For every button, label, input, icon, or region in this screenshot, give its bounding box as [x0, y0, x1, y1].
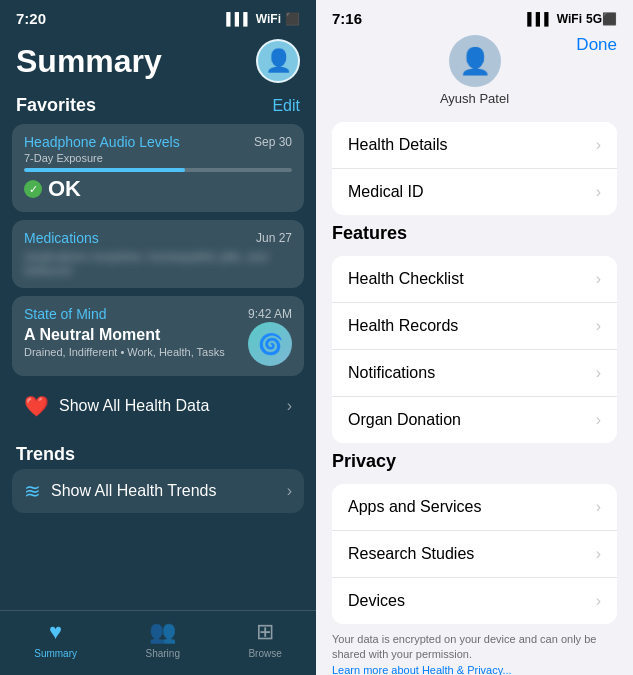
health-checklist-row[interactable]: Health Checklist › [332, 256, 617, 303]
done-button[interactable]: Done [576, 35, 617, 55]
headphone-subtitle: 7-Day Exposure [24, 152, 292, 164]
health-details-chevron: › [596, 136, 601, 154]
right-scroll-area: Health Details › Medical ID › Features H… [316, 114, 633, 675]
time-right: 7:16 [332, 10, 362, 27]
state-date: 9:42 AM [248, 307, 292, 321]
profile-name: Ayush Patel [440, 91, 509, 106]
right-status-icons: ▌▌▌ WiFi 5G⬛ [527, 12, 617, 26]
privacy-title: Privacy [332, 451, 396, 471]
state-title: State of Mind [24, 306, 107, 322]
browse-nav-label: Browse [248, 648, 281, 659]
devices-row[interactable]: Devices › [332, 578, 617, 624]
medications-card[interactable]: Medications Jun 27 medications morphine,… [12, 220, 304, 288]
features-section-group: Health Checklist › Health Records › Noti… [332, 256, 617, 443]
right-header: Done 👤 Ayush Patel [316, 31, 633, 114]
privacy-link[interactable]: Learn more about Health & Privacy... [332, 664, 512, 675]
page-title: Summary [16, 43, 162, 80]
state-of-mind-card[interactable]: State of Mind 9:42 AM A Neutral Moment D… [12, 296, 304, 376]
progress-fill [24, 168, 185, 172]
apps-services-row[interactable]: Apps and Services › [332, 484, 617, 531]
medical-id-row[interactable]: Medical ID › [332, 169, 617, 215]
organ-donation-row[interactable]: Organ Donation › [332, 397, 617, 443]
privacy-header: Privacy [316, 443, 633, 476]
battery-icon: ⬛ [285, 12, 300, 26]
apps-services-label: Apps and Services [348, 498, 481, 516]
ok-value: OK [48, 176, 81, 202]
notifications-row[interactable]: Notifications › [332, 350, 617, 397]
features-title: Features [332, 223, 407, 243]
notifications-chevron: › [596, 364, 601, 382]
sharing-nav-label: Sharing [145, 648, 179, 659]
status-bar-left: 7:20 ▌▌▌ WiFi ⬛ [0, 0, 316, 31]
avatar[interactable]: 👤 [256, 39, 300, 83]
battery-right-icon: 5G⬛ [586, 12, 617, 26]
nav-sharing[interactable]: 👥 Sharing [145, 619, 179, 659]
health-records-label: Health Records [348, 317, 458, 335]
left-panel: 7:20 ▌▌▌ WiFi ⬛ Summary 👤 Favorites Edit… [0, 0, 316, 675]
medical-id-label: Medical ID [348, 183, 424, 201]
medications-blurred: medications morphine, homeopathic pills,… [24, 250, 292, 278]
exposure-progress-bar [24, 168, 292, 172]
research-studies-label: Research Studies [348, 545, 474, 563]
time-left: 7:20 [16, 10, 46, 27]
show-all-health-row[interactable]: ❤️ Show All Health Data › [12, 384, 304, 428]
status-bar-right: 7:16 ▌▌▌ WiFi 5G⬛ [316, 0, 633, 31]
left-header: Summary 👤 [0, 31, 316, 87]
devices-chevron: › [596, 592, 601, 610]
notifications-label: Notifications [348, 364, 435, 382]
health-records-row[interactable]: Health Records › [332, 303, 617, 350]
trends-chevron-icon: › [287, 482, 292, 500]
browse-icon: ⊞ [256, 619, 274, 645]
edit-button[interactable]: Edit [272, 97, 300, 115]
privacy-note: Your data is encrypted on your device an… [316, 624, 633, 675]
wifi-icon: WiFi [256, 12, 281, 26]
profile-avatar: 👤 [449, 35, 501, 87]
nav-browse[interactable]: ⊞ Browse [248, 619, 281, 659]
right-panel: 7:16 ▌▌▌ WiFi 5G⬛ Done 👤 Ayush Patel Hea… [316, 0, 633, 675]
headphone-title: Headphone Audio Levels [24, 134, 180, 150]
signal-icon: ▌▌▌ [226, 12, 252, 26]
avatar-icon: 👤 [265, 48, 292, 74]
health-records-chevron: › [596, 317, 601, 335]
medical-id-chevron: › [596, 183, 601, 201]
sharing-icon: 👥 [149, 619, 176, 645]
show-all-trends-row[interactable]: ≋ Show All Health Trends › [12, 469, 304, 513]
apps-services-chevron: › [596, 498, 601, 516]
summary-icon: ♥ [49, 619, 62, 645]
nav-summary[interactable]: ♥ Summary [34, 619, 77, 659]
health-details-label: Health Details [348, 136, 448, 154]
state-sub: Drained, Indifferent • Work, Health, Tas… [24, 346, 225, 358]
privacy-section-group: Apps and Services › Research Studies › D… [332, 484, 617, 624]
signal-right-icon: ▌▌▌ [527, 12, 553, 26]
research-studies-chevron: › [596, 545, 601, 563]
show-all-health-label: Show All Health Data [59, 397, 209, 415]
status-icons-left: ▌▌▌ WiFi ⬛ [226, 12, 300, 26]
research-studies-row[interactable]: Research Studies › [332, 531, 617, 578]
trends-icon: ≋ [24, 479, 41, 503]
health-checklist-label: Health Checklist [348, 270, 464, 288]
summary-nav-label: Summary [34, 648, 77, 659]
ok-badge: ✓ [24, 180, 42, 198]
organ-donation-chevron: › [596, 411, 601, 429]
state-value: A Neutral Moment [24, 326, 225, 344]
health-checklist-chevron: › [596, 270, 601, 288]
wifi-right-icon: WiFi [557, 12, 582, 26]
medications-title: Medications [24, 230, 99, 246]
headphone-card[interactable]: Headphone Audio Levels Sep 30 7-Day Expo… [12, 124, 304, 212]
heart-icon: ❤️ [24, 394, 49, 418]
devices-label: Devices [348, 592, 405, 610]
organ-donation-label: Organ Donation [348, 411, 461, 429]
bottom-nav: ♥ Summary 👥 Sharing ⊞ Browse [0, 610, 316, 675]
health-details-row[interactable]: Health Details › [332, 122, 617, 169]
headphone-date: Sep 30 [254, 135, 292, 149]
medications-date: Jun 27 [256, 231, 292, 245]
features-header: Features [316, 215, 633, 248]
chevron-icon: › [287, 397, 292, 415]
state-icon: 🌀 [248, 322, 292, 366]
health-section-group: Health Details › Medical ID › [332, 122, 617, 215]
favorites-section-label: Favorites Edit [0, 87, 316, 120]
show-all-trends-label: Show All Health Trends [51, 482, 216, 500]
trends-section-label: Trends [0, 436, 316, 469]
trends-section: Trends ≋ Show All Health Trends › [0, 432, 316, 517]
